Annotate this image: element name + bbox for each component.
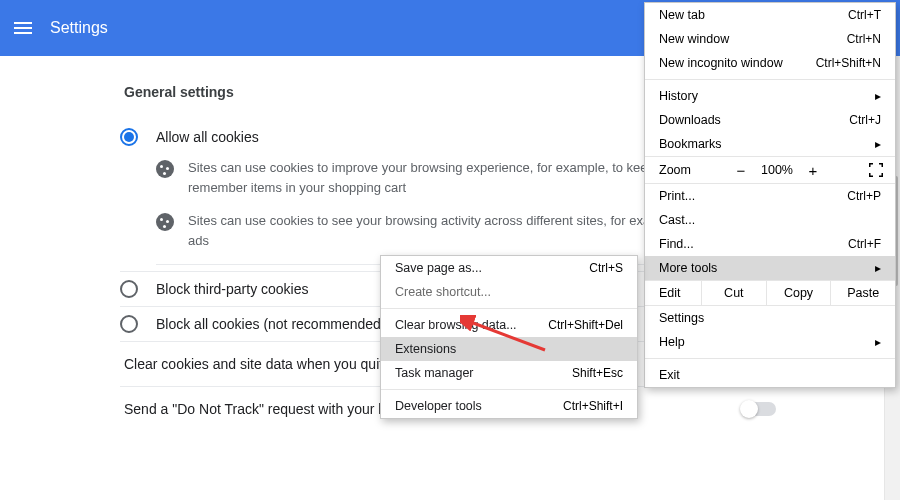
submenu-developer-tools[interactable]: Developer tools Ctrl+Shift+I xyxy=(381,394,637,418)
menu-zoom: Zoom − 100% + xyxy=(645,156,895,184)
menu-item-label: Bookmarks xyxy=(659,137,722,151)
menu-item-label: More tools xyxy=(659,261,717,275)
menu-more-tools[interactable]: More tools ▸ xyxy=(645,256,895,280)
menu-item-label: New tab xyxy=(659,8,705,22)
cookie-icon xyxy=(156,160,174,178)
menu-item-label: Find... xyxy=(659,237,694,251)
zoom-percent: 100% xyxy=(755,163,799,177)
submenu-task-manager[interactable]: Task manager Shift+Esc xyxy=(381,361,637,385)
menu-edit-row: Edit Cut Copy Paste xyxy=(645,280,895,306)
menu-downloads[interactable]: Downloads Ctrl+J xyxy=(645,108,895,132)
radio-icon[interactable] xyxy=(120,315,138,333)
menu-item-label: Settings xyxy=(659,311,704,325)
cookie-icon xyxy=(156,213,174,231)
menu-separator xyxy=(381,308,637,309)
menu-find[interactable]: Find... Ctrl+F xyxy=(645,232,895,256)
menu-icon[interactable] xyxy=(14,22,32,34)
zoom-out-button[interactable]: − xyxy=(727,162,755,179)
zoom-label: Zoom xyxy=(659,163,727,177)
chevron-right-icon: ▸ xyxy=(875,89,881,103)
option-label: Block third-party cookies xyxy=(156,281,309,297)
menu-item-label: Clear browsing data... xyxy=(395,318,517,332)
chevron-right-icon: ▸ xyxy=(875,335,881,349)
copy-button[interactable]: Copy xyxy=(766,281,831,305)
menu-print[interactable]: Print... Ctrl+P xyxy=(645,184,895,208)
menu-new-window[interactable]: New window Ctrl+N xyxy=(645,27,895,51)
menu-settings[interactable]: Settings xyxy=(645,306,895,330)
menu-item-shortcut: Ctrl+Shift+N xyxy=(816,56,881,70)
menu-item-shortcut: Ctrl+Shift+Del xyxy=(548,318,623,332)
menu-separator xyxy=(645,358,895,359)
menu-item-label: Cast... xyxy=(659,213,695,227)
option-label: Allow all cookies xyxy=(156,129,259,145)
menu-exit[interactable]: Exit xyxy=(645,363,895,387)
menu-item-label: New window xyxy=(659,32,729,46)
page-title: Settings xyxy=(50,19,108,37)
menu-help[interactable]: Help ▸ xyxy=(645,330,895,354)
option-label: Block all cookies (not recommended) xyxy=(156,316,386,332)
menu-bookmarks[interactable]: Bookmarks ▸ xyxy=(645,132,895,156)
radio-icon[interactable] xyxy=(120,280,138,298)
menu-new-incognito[interactable]: New incognito window Ctrl+Shift+N xyxy=(645,51,895,75)
menu-item-shortcut: Ctrl+P xyxy=(847,189,881,203)
menu-item-label: New incognito window xyxy=(659,56,783,70)
zoom-in-button[interactable]: + xyxy=(799,162,827,179)
menu-item-label: Exit xyxy=(659,368,680,382)
cut-button[interactable]: Cut xyxy=(701,281,766,305)
menu-item-label: Task manager xyxy=(395,366,474,380)
menu-item-label: Extensions xyxy=(395,342,456,356)
menu-item-shortcut: Ctrl+S xyxy=(589,261,623,275)
menu-separator xyxy=(381,389,637,390)
chrome-menu: New tab Ctrl+T New window Ctrl+N New inc… xyxy=(644,2,896,388)
more-tools-submenu: Save page as... Ctrl+S Create shortcut..… xyxy=(380,255,638,419)
submenu-clear-browsing[interactable]: Clear browsing data... Ctrl+Shift+Del xyxy=(381,313,637,337)
menu-cast[interactable]: Cast... xyxy=(645,208,895,232)
menu-item-shortcut: Ctrl+J xyxy=(849,113,881,127)
paste-button[interactable]: Paste xyxy=(830,281,895,305)
menu-item-label: Save page as... xyxy=(395,261,482,275)
menu-item-shortcut: Ctrl+Shift+I xyxy=(563,399,623,413)
submenu-create-shortcut[interactable]: Create shortcut... xyxy=(381,280,637,304)
submenu-extensions[interactable]: Extensions xyxy=(381,337,637,361)
menu-item-label: Help xyxy=(659,335,685,349)
menu-item-shortcut: Ctrl+N xyxy=(847,32,881,46)
menu-history[interactable]: History ▸ xyxy=(645,84,895,108)
chevron-right-icon: ▸ xyxy=(875,137,881,151)
menu-item-shortcut: Ctrl+T xyxy=(848,8,881,22)
menu-new-tab[interactable]: New tab Ctrl+T xyxy=(645,3,895,27)
menu-item-label: Developer tools xyxy=(395,399,482,413)
chevron-right-icon: ▸ xyxy=(875,261,881,275)
menu-item-label: Create shortcut... xyxy=(395,285,491,299)
edit-label: Edit xyxy=(645,281,701,305)
radio-icon[interactable] xyxy=(120,128,138,146)
menu-item-label: Print... xyxy=(659,189,695,203)
menu-item-shortcut: Shift+Esc xyxy=(572,366,623,380)
submenu-save-page[interactable]: Save page as... Ctrl+S xyxy=(381,256,637,280)
menu-item-shortcut: Ctrl+F xyxy=(848,237,881,251)
menu-item-label: History xyxy=(659,89,698,103)
menu-item-label: Downloads xyxy=(659,113,721,127)
switch[interactable] xyxy=(742,402,776,416)
menu-separator xyxy=(645,79,895,80)
fullscreen-icon[interactable] xyxy=(865,161,887,179)
